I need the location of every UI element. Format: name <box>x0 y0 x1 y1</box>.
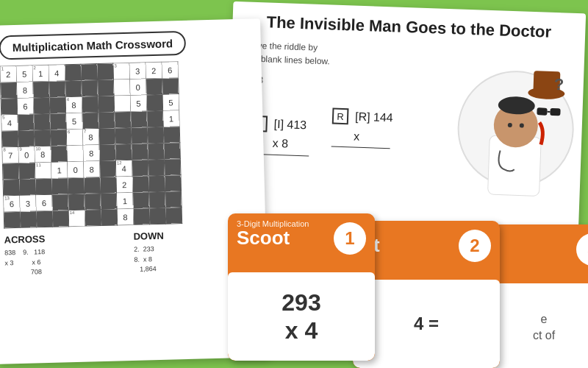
card-2-content: 4 = <box>353 280 500 368</box>
cell: 78 <box>82 129 99 146</box>
cell: 21 <box>32 65 49 82</box>
cell-black <box>97 63 114 80</box>
math-R-value: [R] 144 <box>355 110 393 124</box>
cell: 14 <box>68 210 85 227</box>
cell: 3 <box>20 195 37 212</box>
cell: 48 <box>65 96 82 113</box>
cell: 11 <box>35 162 51 179</box>
cell: 1 <box>163 110 180 127</box>
cell: 5 <box>162 94 179 111</box>
cell: 0 <box>130 79 147 96</box>
cell: 4 <box>49 65 65 82</box>
cell: 3 <box>113 63 130 79</box>
svg-rect-8 <box>537 107 547 115</box>
cell: 90 <box>18 146 35 163</box>
crossword-grid: 12 5 21 4 3 3 2 6 8 <box>0 61 182 228</box>
across-header: ACROSS <box>4 231 126 245</box>
cell: 5 <box>66 113 83 130</box>
doctor-illustration: ? <box>454 46 578 215</box>
cell: 8 <box>117 208 134 225</box>
cell: 87 <box>2 146 19 163</box>
crossword-grid-container: 12 5 21 4 3 3 2 6 8 <box>0 59 258 228</box>
card-2-badge: 2 <box>459 230 491 262</box>
cell: 108 <box>35 146 51 163</box>
cell: 6 <box>36 194 53 211</box>
cell: 1 <box>51 162 68 179</box>
cell: 5 <box>130 95 147 112</box>
cell: 54 <box>1 114 18 131</box>
cell: 2 <box>116 176 133 193</box>
scoot-cards-container: 3 3 ect of ns ot 2 4 = 3-Digit Multiplic… <box>228 199 588 361</box>
cell: 3 <box>129 63 146 79</box>
cell: 5 <box>16 66 33 82</box>
cell-black <box>81 64 98 81</box>
cell: 124 <box>115 160 132 177</box>
across-clues: ACROSS 838 9. 118 x 3 x 6 708 <box>4 231 127 278</box>
math-I-value: [I] 413 <box>273 117 306 131</box>
card-1-badge: 1 <box>334 222 366 255</box>
cell <box>67 145 84 162</box>
card-1-content: 293 x 4 <box>228 272 375 361</box>
scoot-card-1[interactable]: 3-Digit Multiplication Scoot 1 293 x 4 <box>228 213 375 361</box>
letter-R-badge: R <box>332 108 349 125</box>
cell <box>114 79 131 96</box>
cell: 8 <box>17 82 34 99</box>
cell: 6 <box>162 62 179 79</box>
svg-rect-9 <box>550 108 560 116</box>
cell: 136 <box>4 195 21 212</box>
cell: 0 <box>67 161 84 178</box>
crossword-title: Multiplication Math Crossword <box>0 31 187 60</box>
cell: 6 <box>66 129 83 146</box>
math-block-R: R [R] 144 x <box>331 105 394 149</box>
cell <box>114 95 131 112</box>
cell: 8 <box>83 145 100 162</box>
crossword-clues: ACROSS 838 9. 118 x 3 x 6 708 DOWN 2. 23… <box>1 227 259 278</box>
cell: 1 <box>117 192 134 209</box>
cell: 12 <box>0 66 17 82</box>
cell: 8 <box>83 161 100 178</box>
cell-black <box>65 64 82 81</box>
svg-text:?: ? <box>553 75 564 93</box>
cell: 2 <box>146 62 162 79</box>
scoot-card-2[interactable]: ns ot 2 4 = <box>353 221 500 368</box>
cell: 6 <box>17 98 34 115</box>
